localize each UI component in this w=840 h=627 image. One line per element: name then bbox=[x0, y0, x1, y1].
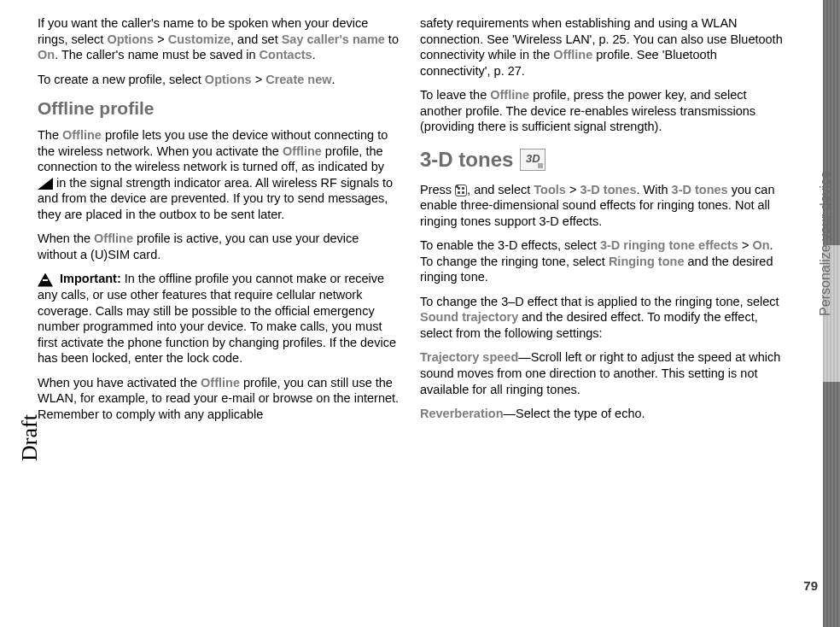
paragraph: The Offline profile lets you use the dev… bbox=[38, 127, 401, 222]
paragraph: To leave the Offline profile, press the … bbox=[420, 87, 784, 135]
signal-off-icon bbox=[38, 178, 53, 190]
ui-label-offline: Offline bbox=[94, 231, 133, 245]
ui-label-offline: Offline bbox=[201, 376, 240, 390]
paragraph: To create a new profile, select Options … bbox=[38, 72, 401, 88]
ui-label-sound-trajectory: Sound trajectory bbox=[420, 310, 518, 324]
ui-label-on: On bbox=[38, 48, 55, 62]
ui-label-ringing-tone: Ringing tone bbox=[609, 255, 685, 268]
ui-label-customize: Customize bbox=[168, 32, 230, 46]
ui-label-tools: Tools bbox=[534, 183, 566, 196]
paragraph: When you have activated the Offline prof… bbox=[38, 375, 401, 423]
ui-label-3d-tones: 3-D tones bbox=[580, 183, 636, 196]
ui-label-options: Options bbox=[205, 73, 252, 86]
setting-item: Trajectory speed—Scroll left or right to… bbox=[420, 349, 784, 397]
ui-label-offline: Offline bbox=[283, 144, 322, 158]
ui-label-on: On bbox=[752, 238, 769, 252]
section-title: Personalize your device bbox=[818, 171, 833, 316]
right-column: safety requirements when establishing an… bbox=[420, 15, 784, 617]
menu-key-icon bbox=[455, 185, 467, 196]
ui-label-say-caller: Say caller's name bbox=[282, 32, 385, 46]
side-tab: Personalize your device 79 bbox=[799, 0, 840, 627]
warning-icon bbox=[38, 273, 53, 287]
paragraph: If you want the caller's name to be spok… bbox=[38, 15, 401, 63]
left-column: If you want the caller's name to be spok… bbox=[38, 15, 401, 617]
ui-label-offline: Offline bbox=[62, 128, 102, 142]
page-number: 79 bbox=[803, 578, 818, 593]
heading-offline-profile: Offline profile bbox=[38, 97, 401, 120]
paragraph: safety requirements when establishing an… bbox=[420, 15, 784, 79]
heading-3d-tones: 3-D tones 3D bbox=[420, 147, 784, 173]
3d-tones-icon: 3D bbox=[520, 149, 545, 171]
ui-label-reverberation: Reverberation bbox=[420, 407, 504, 420]
setting-item: Reverberation—Select the type of echo. bbox=[420, 406, 784, 422]
ui-label-offline: Offline bbox=[490, 88, 529, 102]
ui-label-create-new: Create new bbox=[265, 73, 331, 86]
paragraph: Press , and select Tools > 3-D tones. Wi… bbox=[420, 182, 784, 230]
paragraph: When the Offline profile is active, you … bbox=[38, 231, 401, 262]
paragraph: To enable the 3-D effects, select 3-D ri… bbox=[420, 237, 784, 285]
paragraph: To change the 3–D effect that is applied… bbox=[420, 294, 784, 342]
important-note: Important: In the offline profile you ca… bbox=[38, 271, 401, 366]
ui-label-3d-tones: 3-D tones bbox=[672, 183, 728, 196]
ui-label-options: Options bbox=[107, 32, 154, 46]
ui-label-trajectory-speed: Trajectory speed bbox=[420, 350, 518, 364]
ui-label-3d-effects: 3-D ringing tone effects bbox=[600, 238, 738, 252]
ui-label-contacts: Contacts bbox=[260, 48, 312, 62]
ui-label-offline: Offline bbox=[553, 48, 592, 62]
draft-watermark: Draft bbox=[17, 414, 43, 461]
